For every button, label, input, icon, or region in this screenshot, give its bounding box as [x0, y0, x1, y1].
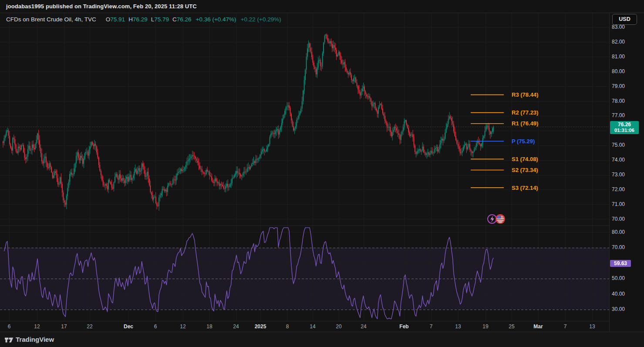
rsi-axis-label: 40.00 — [612, 291, 625, 297]
time-axis-label: 24 — [361, 323, 366, 330]
pivot-label: R2 (77.23) — [512, 109, 538, 116]
price-axis-label: 82.00 — [612, 39, 625, 45]
candlestick-series — [3, 34, 494, 211]
price-axis-label: 73.00 — [612, 172, 625, 178]
price-axis-label: 81.00 — [612, 54, 625, 60]
currency-button[interactable]: USD — [612, 14, 637, 25]
publisher-text: joodabas1995 published on TradingView.co… — [6, 3, 197, 10]
pivot-label: S1 (74.08) — [512, 156, 538, 162]
pivot-label: R1 (76.49) — [512, 120, 538, 127]
time-axis-label: 8 — [286, 323, 289, 330]
time-axis[interactable]: 6121722Dec612182420258142024Feb7131925Ma… — [0, 321, 609, 332]
rsi-axis-label: 70.00 — [612, 244, 625, 250]
open-label: O — [106, 16, 111, 23]
time-axis-label: Mar — [533, 323, 543, 330]
rsi-axis-label: 50.00 — [612, 275, 625, 281]
price-axis-label: 80.00 — [612, 68, 625, 74]
last-price-value: 76.26 — [610, 122, 639, 128]
rsi-axis-label: 80.00 — [612, 229, 625, 235]
high-label: H — [128, 16, 133, 23]
price-pane[interactable]: R3 (78.44)R2 (77.23)R1 (76.49)P (75.29)S… — [0, 13, 609, 226]
pane-divider[interactable] — [0, 226, 644, 226]
publisher-bar: joodabas1995 published on TradingView.co… — [0, 0, 644, 13]
time-axis-label: 25 — [509, 323, 514, 330]
price-axis-label: 77.00 — [612, 112, 625, 118]
pivot-label: S3 (72.14) — [512, 185, 538, 191]
time-axis-label: 18 — [206, 323, 212, 330]
time-axis-label: Feb — [399, 323, 408, 330]
pivot-label: S2 (73.34) — [512, 167, 538, 173]
us-flag-event-icon[interactable] — [496, 215, 505, 223]
bar-countdown: 01:31:06 — [610, 128, 639, 133]
time-axis-label: 12 — [180, 323, 185, 330]
rsi-axis-label: 30.00 — [612, 306, 625, 312]
time-axis-label: 6 — [8, 323, 11, 330]
rsi-pane[interactable] — [0, 226, 609, 321]
price-axis-label: 79.00 — [612, 83, 625, 89]
symbol-legend[interactable]: CFDs on Brent Crude Oil, 4h, TVCO75.91H7… — [6, 16, 281, 23]
footer: TradingView — [0, 332, 644, 347]
lightning-event-icon[interactable] — [488, 215, 496, 223]
last-price-badge: 76.26 01:31:06 — [610, 121, 639, 134]
open-value: 75.91 — [110, 16, 125, 23]
time-axis-label: 13 — [455, 323, 461, 330]
price-axis-label: 75.00 — [612, 142, 625, 148]
time-axis-label: 7 — [430, 323, 433, 330]
change-value: +0.36 (+0.47%) — [196, 16, 236, 23]
symbol-title: CFDs on Brent Crude Oil, 4h, TVC — [6, 16, 96, 23]
rsi-value-badge: 59.63 — [610, 260, 631, 267]
price-axis-label: 74.00 — [612, 157, 625, 163]
time-axis-label: 17 — [61, 323, 67, 330]
time-axis-label: Dec — [124, 323, 133, 330]
close-value: 76.26 — [177, 16, 192, 23]
high-value: 76.29 — [133, 16, 148, 23]
price-axis-label: 78.00 — [612, 98, 625, 104]
price-axis-label: 83.00 — [612, 24, 625, 30]
pivot-label: R3 (78.44) — [512, 91, 538, 98]
time-axis-label: 6 — [154, 323, 157, 330]
pivot-label: P (75.29) — [512, 138, 535, 145]
low-value: 75.79 — [154, 16, 169, 23]
tradingview-snapshot: joodabas1995 published on TradingView.co… — [0, 0, 644, 347]
close-label: C — [172, 16, 177, 23]
brand-name[interactable]: TradingView — [16, 336, 54, 343]
time-axis-label: 24 — [233, 323, 239, 330]
time-axis-label: 20 — [336, 323, 341, 330]
price-axis-label: 70.00 — [612, 216, 625, 222]
pivot-levels: R3 (78.44)R2 (77.23)R1 (76.49)P (75.29)S… — [471, 91, 538, 191]
price-axis-label: 71.00 — [612, 201, 625, 207]
time-axis-label: 12 — [34, 323, 40, 330]
tradingview-logo[interactable] — [5, 336, 14, 344]
time-axis-label: 22 — [87, 323, 92, 330]
price-axis-label: 72.00 — [612, 186, 625, 192]
time-axis-label: 2025 — [255, 323, 266, 330]
time-axis-label: 14 — [310, 323, 315, 330]
price-grid — [0, 13, 609, 226]
time-axis-label: 19 — [482, 323, 488, 330]
event-markers[interactable] — [488, 215, 505, 223]
price-axis[interactable]: USD 76.26 01:31:06 59.63 83.0082.0081.00… — [610, 13, 644, 321]
extended-change-value: +0.22 (+0.29%) — [241, 16, 281, 23]
time-axis-label: 13 — [589, 323, 595, 330]
time-axis-label: 7 — [564, 323, 567, 330]
